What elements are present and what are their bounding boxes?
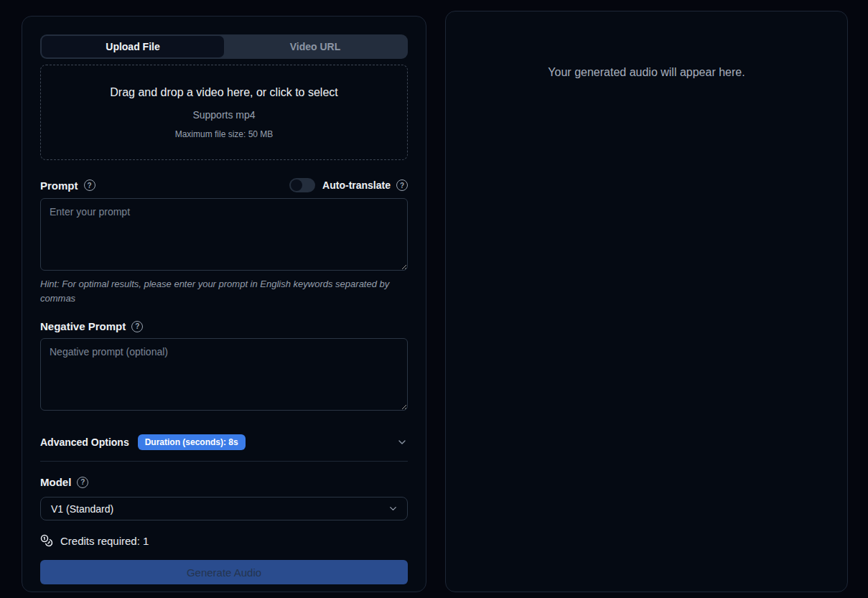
output-placeholder-text: Your generated audio will appear here.	[548, 66, 745, 79]
advanced-options-label: Advanced Options	[40, 436, 129, 448]
dropzone-title: Drag and drop a video here, or click to …	[110, 86, 338, 99]
negative-prompt-header-row: Negative Prompt ?	[40, 320, 408, 332]
model-select[interactable]: V1 (Standard)	[40, 497, 408, 520]
source-tabs: Upload File Video URL	[40, 34, 408, 59]
divider	[40, 461, 408, 462]
page: Upload File Video URL Drag and drop a vi…	[0, 0, 868, 598]
dropzone-note: Maximum file size: 50 MB	[175, 129, 274, 139]
negative-prompt-label: Negative Prompt	[40, 320, 126, 332]
prompt-label: Prompt	[40, 179, 78, 192]
toggle-knob	[291, 179, 302, 191]
auto-translate-toggle[interactable]	[289, 178, 315, 192]
help-icon[interactable]: ?	[84, 179, 95, 191]
advanced-options-toggle-row[interactable]: Advanced Options Duration (seconds): 8s	[40, 434, 408, 450]
chevron-down-icon	[388, 503, 398, 514]
credits-text: Credits required: 1	[60, 535, 149, 547]
credits-row: Credits required: 1	[40, 534, 408, 547]
generator-panel: Upload File Video URL Drag and drop a vi…	[22, 16, 426, 592]
generate-audio-button[interactable]: Generate Audio	[40, 560, 408, 584]
prompt-header-row: Prompt ? Auto-translate ?	[40, 178, 408, 192]
dropzone-subtitle: Supports mp4	[192, 109, 255, 121]
tab-video-url[interactable]: Video URL	[224, 36, 406, 57]
duration-badge: Duration (seconds): 8s	[138, 434, 246, 450]
coins-icon	[40, 534, 53, 547]
help-icon[interactable]: ?	[396, 179, 408, 191]
tab-upload-file[interactable]: Upload File	[42, 36, 224, 57]
negative-prompt-input[interactable]	[40, 338, 408, 411]
model-label: Model	[40, 476, 71, 488]
model-select-value: V1 (Standard)	[51, 503, 113, 515]
prompt-hint: Hint: For optimal results, please enter …	[40, 277, 408, 306]
model-header-row: Model ?	[40, 476, 408, 488]
output-panel: Your generated audio will appear here.	[445, 11, 848, 592]
help-icon[interactable]: ?	[77, 477, 88, 488]
help-icon[interactable]: ?	[131, 321, 143, 332]
prompt-input[interactable]	[40, 198, 408, 271]
auto-translate-label: Auto-translate	[322, 179, 391, 191]
video-dropzone[interactable]: Drag and drop a video here, or click to …	[40, 65, 408, 160]
chevron-down-icon[interactable]	[396, 436, 408, 448]
